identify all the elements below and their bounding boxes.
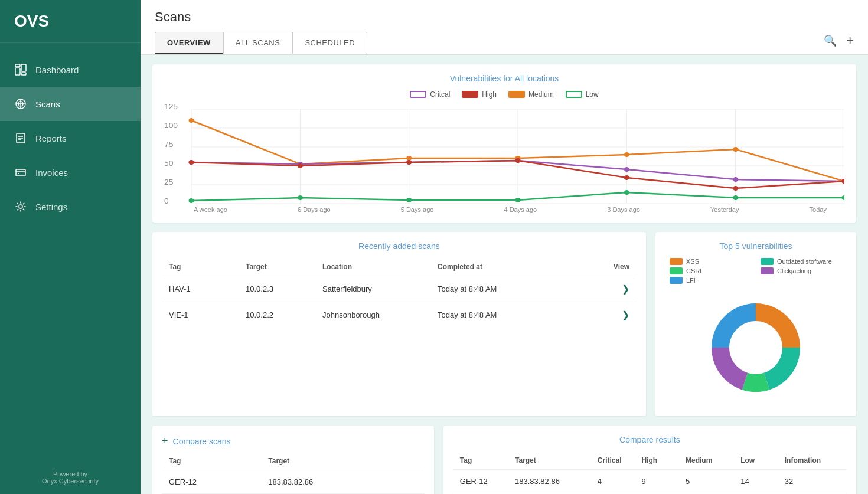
svg-text:25: 25: [164, 178, 173, 187]
svg-point-15: [19, 205, 22, 208]
donut-legend-lfi: LFI: [670, 277, 751, 284]
compare-scans-card: + Compare scans Tag Target GER-12 183.83…: [152, 426, 434, 494]
legend-high: High: [462, 90, 497, 99]
chart-x-labels: A week ago 6 Days ago 5 Days ago 4 Days …: [164, 206, 844, 213]
reports-icon: [14, 132, 27, 145]
svg-point-47: [733, 177, 738, 182]
svg-point-39: [624, 152, 629, 157]
svg-point-56: [188, 198, 194, 203]
scan-1-completed: Today at 8:48 AM: [438, 310, 591, 319]
tab-all-scans[interactable]: ALL SCANS: [223, 32, 293, 54]
legend-medium: Medium: [508, 90, 554, 99]
svg-rect-2: [21, 64, 26, 71]
svg-rect-14: [18, 173, 19, 174]
svg-text:125: 125: [164, 103, 178, 111]
svg-text:50: 50: [164, 159, 173, 168]
scans-icon: [14, 97, 27, 110]
tab-overview[interactable]: OVERVIEW: [155, 32, 223, 54]
cr-col-high: High: [641, 456, 686, 464]
chart-title: Vulnerabilities for All locations: [164, 74, 844, 83]
svg-rect-0: [15, 64, 20, 67]
donut-clickjacking-label: Clickjacking: [777, 267, 811, 274]
legend-critical-label: Critcal: [430, 90, 450, 99]
vulnerabilities-chart-card: Vulnerabilities for All locations Critca…: [152, 64, 856, 223]
scan-0-location: Satterfieldbury: [322, 284, 438, 293]
compare-result-row-0: GER-12 183.83.82.86 4 9 5 14 32: [453, 470, 847, 493]
sidebar-footer: Powered by Onyx Cybersecurity: [0, 461, 141, 494]
donut-chart-container: [665, 289, 847, 407]
scan-1-tag: VIE-1: [169, 310, 246, 319]
sidebar-item-settings[interactable]: Settings: [0, 189, 141, 224]
main-content: Scans OVERVIEW ALL SCANS SCHEDULED 🔍 + V…: [141, 0, 868, 494]
svg-text:100: 100: [164, 122, 178, 130]
svg-point-60: [624, 190, 629, 195]
scan-1-view-btn[interactable]: ❯: [591, 309, 629, 320]
cr-col-info: Infomation: [785, 456, 840, 464]
cr-col-critical: Critical: [598, 456, 642, 464]
scan-row-0: HAV-1 10.0.2.3 Satterfieldbury Today at …: [162, 276, 637, 302]
svg-point-62: [841, 195, 844, 200]
sidebar-reports-label: Reports: [35, 133, 67, 143]
donut-legend-outdated: Outdated stoftware: [761, 258, 842, 265]
svg-point-54: [733, 186, 738, 191]
compare-results-title: Compare results: [453, 435, 847, 444]
svg-rect-3: [21, 73, 26, 75]
svg-point-52: [515, 158, 520, 163]
add-scan-icon[interactable]: +: [846, 33, 854, 48]
x-label-1: 6 Days ago: [298, 206, 331, 213]
donut-legend-clickjacking: Clickjacking: [761, 267, 842, 274]
cr-0-tag: GER-12: [460, 477, 515, 486]
donut-xss-label: XSS: [686, 258, 699, 265]
page-header: Scans OVERVIEW ALL SCANS SCHEDULED 🔍 +: [141, 0, 868, 55]
sidebar-item-invoices[interactable]: Invoices: [0, 155, 141, 189]
chart-svg-area: 0 25 50 75 100 125: [164, 103, 844, 204]
sidebar-invoices-label: Invoices: [35, 168, 68, 178]
top5-title: Top 5 vulnerabilities: [665, 241, 847, 251]
svg-text:0: 0: [164, 197, 169, 204]
svg-point-58: [406, 198, 412, 202]
line-chart: 0 25 50 75 100 125: [164, 103, 844, 204]
recently-added-title: Recently added scans: [162, 241, 637, 251]
col-tag: Tag: [169, 263, 246, 271]
svg-rect-1: [15, 68, 20, 75]
svg-point-59: [515, 198, 520, 202]
scan-0-view-btn[interactable]: ❯: [591, 283, 629, 295]
sidebar-scans-label: Scans: [35, 99, 60, 109]
cr-col-medium: Medium: [686, 456, 740, 464]
compare-add-btn[interactable]: +: [162, 435, 168, 447]
svg-point-53: [624, 175, 629, 180]
donut-legend: XSS Outdated stoftware CSRF Clickjacking: [665, 258, 847, 284]
scan-1-location: Johnsonborough: [322, 310, 438, 319]
cr-0-target: 183.83.82.86: [515, 477, 598, 486]
legend-medium-label: Medium: [528, 90, 554, 99]
powered-by-text: Powered by: [14, 470, 126, 477]
cr-0-medium: 5: [686, 477, 740, 486]
col-location: Location: [322, 263, 438, 271]
svg-point-61: [733, 195, 738, 200]
company-name: Onyx Cybersecurity: [14, 477, 126, 485]
cs-0-target: 183.83.82.86: [268, 477, 417, 486]
svg-point-46: [624, 167, 629, 172]
donut-legend-xss: XSS: [670, 258, 751, 265]
col-completed-at: Completed at: [438, 263, 591, 271]
scan-0-target: 10.0.2.3: [246, 284, 322, 293]
svg-text:75: 75: [164, 140, 173, 149]
sidebar: OVS Dashboard: [0, 0, 141, 494]
bottom-row: + Compare scans Tag Target GER-12 183.83…: [152, 426, 856, 494]
sidebar-settings-label: Settings: [35, 202, 67, 212]
svg-point-49: [188, 160, 194, 165]
search-icon[interactable]: 🔍: [824, 34, 837, 47]
cr-col-low: Low: [740, 456, 785, 464]
invoices-icon: [14, 166, 27, 179]
compare-results-card: Compare results Tag Target Critical High…: [443, 426, 856, 494]
sidebar-item-scans[interactable]: Scans: [0, 87, 141, 121]
svg-point-35: [188, 118, 194, 123]
cs-col-tag: Tag: [169, 457, 268, 465]
donut-legend-csrf: CSRF: [670, 267, 751, 274]
tab-scheduled[interactable]: SCHEDULED: [292, 32, 367, 54]
cr-0-critical: 4: [598, 477, 642, 486]
sidebar-item-reports[interactable]: Reports: [0, 121, 141, 155]
svg-point-50: [298, 163, 303, 168]
compare-results-header: Tag Target Critical High Medium Low Info…: [453, 452, 847, 470]
sidebar-item-dashboard[interactable]: Dashboard: [0, 53, 141, 87]
